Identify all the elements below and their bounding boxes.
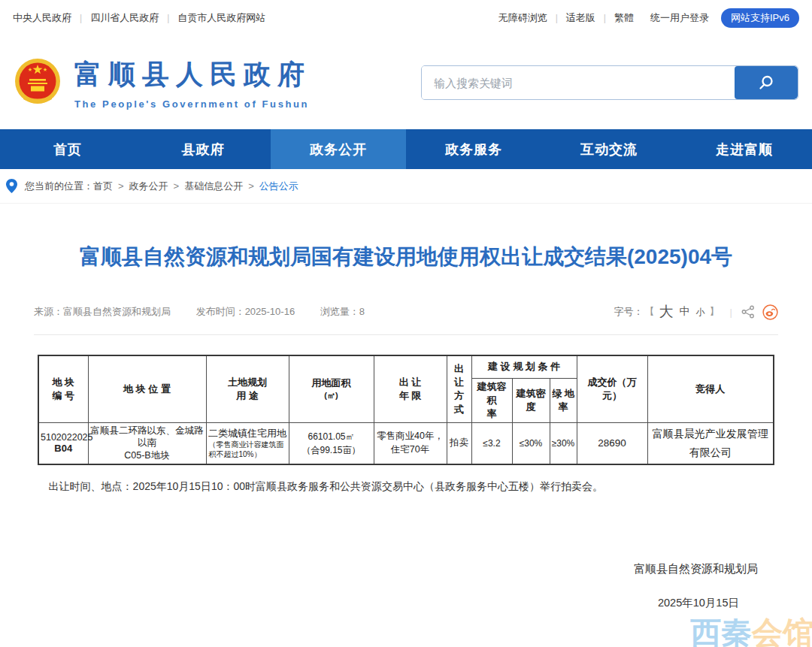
article-view-count: 浏览量：8	[320, 306, 365, 317]
share-icon[interactable]	[741, 305, 755, 319]
header-deal-price: 成交价（万元）	[577, 355, 647, 422]
issue-date: 2025年10月15日	[34, 596, 778, 610]
header-green-ratio: 绿 地 率	[550, 378, 577, 422]
cell-plot-ratio: ≤3.2	[471, 422, 512, 464]
weibo-share-icon[interactable]	[762, 304, 778, 320]
link-unified-login[interactable]: 统一用户登录	[650, 11, 709, 25]
header-grant-method: 出 让 方 式	[447, 355, 471, 422]
divider: |	[604, 13, 606, 23]
topbar-right-links: 无障碍浏览 | 适老版 | 繁體 统一用户登录 网站支持IPv6	[498, 8, 799, 28]
breadcrumb-separator: >	[118, 180, 124, 192]
main-navigation: 首页 县政府 政务公开 政务服务 互动交流 走进富顺	[0, 129, 812, 169]
location-pin-icon	[6, 179, 17, 193]
site-watermark: 西秦会馆	[690, 618, 812, 647]
cell-plot-number: 5102022025 B04	[38, 422, 88, 464]
land-auction-result-table: 地 块 编 号 地 块 位 置 土地规划 用 途 用地面积 (㎡) 出 让 年 …	[38, 355, 774, 465]
search-input[interactable]	[422, 66, 735, 99]
page-title: 富顺县自然资源和规划局国有建设用地使用权出让成交结果(2025)04号	[34, 240, 778, 274]
site-logo[interactable]: 富顺县人民政府 The People's Government of Fushu…	[14, 56, 311, 110]
site-header: 富顺县人民政府 The People's Government of Fushu…	[0, 36, 812, 129]
header-building-density: 建筑密 度	[512, 378, 550, 422]
nav-item-county-government[interactable]: 县政府	[135, 129, 271, 169]
breadcrumb-separator: >	[248, 180, 254, 192]
header-planned-use: 土地规划 用 途	[206, 355, 289, 422]
header-planning-conditions-group: 建 设 规 划 条 件	[471, 355, 577, 378]
search-button[interactable]	[735, 66, 798, 99]
nav-item-government-services[interactable]: 政务服务	[406, 129, 541, 169]
nav-item-government-affairs-disclosure[interactable]: 政务公开	[271, 129, 406, 169]
header-grant-term: 出 让 年 限	[374, 355, 447, 422]
header-plot-number: 地 块 编 号	[38, 355, 88, 422]
breadcrumb-announcements[interactable]: 公告公示	[259, 180, 298, 193]
top-utility-bar: 中央人民政府 | 四川省人民政府 | 自贡市人民政府网站 无障碍浏览 | 适老版…	[0, 0, 812, 36]
cell-plot-location: 富顺县二环路以东、金城路以南 C05-B地块	[88, 422, 206, 464]
link-sichuan-government[interactable]: 四川省人民政府	[90, 11, 159, 25]
article-content: 富顺县自然资源和规划局国有建设用地使用权出让成交结果(2025)04号 来源：富…	[0, 240, 812, 610]
article-meta-bar: 来源：富顺县自然资源和规划局 发布时间：2025-10-16 浏览量：8 字号：…	[34, 302, 778, 335]
cell-winning-bidder: 富顺县晨光产业发展管理 有限公司	[647, 422, 774, 464]
site-title-english: The People's Government of Fushun	[74, 98, 311, 110]
breadcrumb: 您当前的位置： 首页 > 政务公开 > 基础信息公开 > 公告公示	[0, 169, 812, 204]
site-title-block: 富顺县人民政府 The People's Government of Fushu…	[74, 56, 311, 110]
site-search	[421, 65, 798, 100]
auction-time-place-note: 出让时间、地点：2025年10月15日10：00时富顺县政务服务和公共资源交易中…	[34, 479, 778, 494]
cell-building-density: ≤30%	[512, 422, 550, 464]
link-traditional-chinese[interactable]: 繁體	[614, 11, 634, 25]
breadcrumb-basic-info[interactable]: 基础信息公开	[184, 180, 243, 193]
header-plot-location: 地 块 位 置	[88, 355, 206, 422]
breadcrumb-separator: >	[174, 180, 180, 192]
cell-deal-price: 28690	[577, 422, 647, 464]
nav-item-home[interactable]: 首页	[0, 129, 135, 169]
font-size-small-button[interactable]: 小	[696, 306, 705, 319]
link-central-government[interactable]: 中央人民政府	[13, 11, 71, 25]
divider: |	[556, 13, 558, 23]
cell-planned-use: 二类城镇住宅用地 （零售商业计容建筑面积不超过10%）	[206, 422, 289, 464]
article-meta-left: 来源：富顺县自然资源和规划局 发布时间：2025-10-16 浏览量：8	[34, 305, 387, 319]
font-size-large-button[interactable]: 大	[659, 302, 674, 322]
nav-item-about-fushun[interactable]: 走进富顺	[677, 129, 812, 169]
cell-grant-method: 拍卖	[447, 422, 471, 464]
header-land-area: 用地面积 (㎡)	[289, 355, 374, 422]
divider: |	[80, 13, 82, 23]
topbar-left-links: 中央人民政府 | 四川省人民政府 | 自贡市人民政府网站	[13, 11, 265, 25]
breadcrumb-disclosure[interactable]: 政务公开	[129, 180, 168, 193]
table-row: 5102022025 B04 富顺县二环路以东、金城路以南 C05-B地块 二类…	[38, 422, 774, 464]
cell-land-area: 66101.05㎡ （合99.15亩）	[289, 422, 374, 464]
bracket: 【	[645, 305, 655, 319]
link-elderly-version[interactable]: 适老版	[566, 11, 595, 25]
header-plot-ratio: 建筑容积 率	[471, 378, 512, 422]
font-size-label: 字号：	[614, 305, 644, 319]
article-source: 来源：富顺县自然资源和规划局	[34, 306, 171, 317]
site-title: 富顺县人民政府	[74, 56, 311, 93]
cell-grant-term: 零售商业40年，住宅70年	[374, 422, 447, 464]
search-icon	[758, 74, 774, 91]
national-emblem-icon	[14, 58, 62, 107]
issuing-authority: 富顺县自然资源和规划局	[34, 562, 778, 576]
link-zigong-government[interactable]: 自贡市人民政府网站	[177, 11, 265, 25]
divider: |	[730, 307, 732, 318]
link-accessibility[interactable]: 无障碍浏览	[498, 11, 547, 25]
nav-item-interaction[interactable]: 互动交流	[541, 129, 677, 169]
header-winning-bidder: 竞得人	[647, 355, 774, 422]
divider: |	[167, 13, 169, 23]
article-publish-time: 发布时间：2025-10-16	[196, 306, 295, 317]
ipv6-support-badge[interactable]: 网站支持IPv6	[721, 8, 799, 28]
font-size-medium-button[interactable]: 中	[680, 305, 690, 319]
article-meta-right: 字号： 【 大 中 小 】 |	[614, 302, 778, 322]
cell-green-ratio: ≥30%	[550, 422, 577, 464]
breadcrumb-home[interactable]: 首页	[93, 180, 113, 193]
bracket: 】	[710, 305, 720, 319]
breadcrumb-prefix: 您当前的位置：	[25, 180, 93, 193]
